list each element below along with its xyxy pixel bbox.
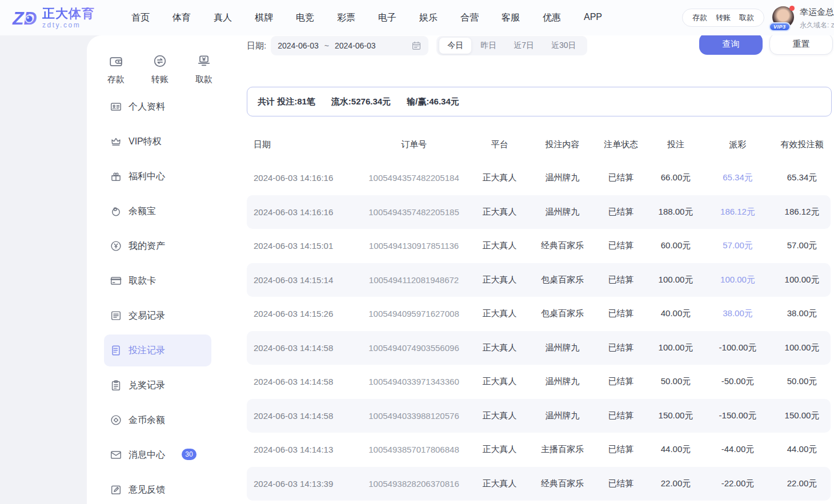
cell-bet-amount: 100.00元 <box>649 275 702 285</box>
cell-date: 2024-06-03 14:13:39 <box>247 479 361 489</box>
user-name[interactable]: 幸运金总 <box>800 7 834 18</box>
cell-bet-amount: 60.00元 <box>649 240 702 251</box>
quick-action-deposit[interactable]: 存款 <box>102 54 130 85</box>
table-body: 2024-06-03 14:16:16 1005494357482205184 … <box>247 161 831 501</box>
nav-item-home[interactable]: 首页 <box>131 12 150 24</box>
sidebar-item-transaction-records[interactable]: 交易记录 <box>104 300 211 332</box>
cell-payout: -150.00元 <box>702 410 773 421</box>
cell-order-no: 1005494357482205184 <box>361 173 467 183</box>
cell-platform: 正大真人 <box>467 172 532 183</box>
cell-order-status: 已结算 <box>592 376 649 387</box>
permanent-domain-note: 永久域名: z <box>800 21 834 30</box>
sidebar-item-bet-records[interactable]: 投注记录 <box>104 334 211 366</box>
quick-action-transfer[interactable]: 转账 <box>146 54 174 85</box>
range-last30days[interactable]: 近30日 <box>543 38 584 54</box>
cell-valid-bet: 44.00元 <box>773 444 831 455</box>
cell-date: 2024-06-03 14:14:58 <box>247 377 361 386</box>
brand-logo[interactable]: ZD 正大体育 zdty.com <box>11 5 95 31</box>
cell-order-status: 已结算 <box>592 410 649 421</box>
cell-platform: 正大真人 <box>467 444 532 455</box>
bank-card-icon <box>110 275 122 287</box>
cell-payout: 38.00元 <box>702 308 773 319</box>
cell-payout: 65.34元 <box>702 172 773 183</box>
sidebar: 存款 转账 取款 个人资料 VIP特权 福利中心 余额宝 我的资产 取款卡 交易… <box>87 35 246 504</box>
cell-order-status: 已结算 <box>592 342 649 353</box>
brand-domain: zdty.com <box>42 22 95 29</box>
cell-payout: -50.00元 <box>702 376 773 387</box>
sidebar-item-label: 取款卡 <box>129 275 156 287</box>
sidebar-item-yuebao[interactable]: 余额宝 <box>104 195 211 227</box>
sidebar-item-label: 意见反馈 <box>129 484 165 496</box>
cell-bet-amount: 22.00元 <box>649 478 702 489</box>
cell-order-status: 已结算 <box>592 444 649 455</box>
cell-order-no: 1005493828206370816 <box>361 479 467 489</box>
user-avatar[interactable]: VIP3 <box>772 6 794 28</box>
withdraw-card-icon <box>197 61 211 70</box>
cell-order-status: 已结算 <box>592 240 649 251</box>
sidebar-item-message-center[interactable]: 消息中心 30 <box>104 439 211 471</box>
range-today[interactable]: 今日 <box>439 38 471 54</box>
table-row: 2024-06-03 14:14:13 1005493857017806848 … <box>247 433 831 467</box>
column-header: 有效投注额 <box>773 139 831 150</box>
header-deposit-link[interactable]: 存款 <box>692 13 707 23</box>
sidebar-item-label: VIP特权 <box>129 136 162 148</box>
column-header: 日期 <box>247 139 361 150</box>
reset-button[interactable]: 重置 <box>769 33 833 55</box>
nav-item-partnership[interactable]: 合营 <box>460 12 479 24</box>
cell-platform: 正大真人 <box>467 478 532 489</box>
id-card-icon <box>110 100 122 113</box>
cell-date: 2024-06-03 14:15:14 <box>247 275 361 285</box>
sidebar-item-withdraw-card[interactable]: 取款卡 <box>104 265 211 297</box>
column-header: 注单状态 <box>592 139 649 150</box>
nav-item-promo[interactable]: 优惠 <box>543 12 561 24</box>
nav-item-chess[interactable]: 棋牌 <box>255 12 273 24</box>
sidebar-item-label: 消息中心 <box>129 449 165 461</box>
search-button[interactable]: 查询 <box>699 33 763 55</box>
main-nav: 首页体育真人棋牌电竞彩票电子娱乐合营客服优惠APP <box>131 12 602 24</box>
table-header-row: 日期订单号平台投注内容注单状态投注派彩有效投注额 <box>247 128 831 161</box>
cell-date: 2024-06-03 14:15:01 <box>247 241 361 251</box>
nav-item-esports[interactable]: 电竞 <box>296 12 314 24</box>
cell-platform: 正大真人 <box>467 376 532 387</box>
cell-platform: 正大真人 <box>467 240 532 251</box>
cell-date: 2024-06-03 14:14:58 <box>247 343 361 353</box>
sidebar-item-profile[interactable]: 个人资料 <box>104 91 211 123</box>
nav-item-lottery[interactable]: 彩票 <box>337 12 355 24</box>
sidebar-item-redeem-records[interactable]: 兑奖记录 <box>104 369 211 401</box>
sidebar-item-my-assets[interactable]: 我的资产 <box>104 230 211 262</box>
bet-record-icon <box>110 344 122 357</box>
cell-valid-bet: 100.00元 <box>773 275 831 285</box>
table-row: 2024-06-03 14:14:58 1005494074903556096 … <box>247 331 831 365</box>
cell-valid-bet: 22.00元 <box>773 478 831 489</box>
range-yesterday[interactable]: 昨日 <box>472 38 504 54</box>
nav-item-app[interactable]: APP <box>584 12 602 24</box>
header-transfer-link[interactable]: 转账 <box>716 13 731 23</box>
sidebar-item-vip[interactable]: VIP特权 <box>104 126 211 158</box>
sidebar-item-welfare-center[interactable]: 福利中心 <box>104 160 211 192</box>
coin-diamond-icon <box>110 414 122 426</box>
cell-valid-bet: 38.00元 <box>773 308 831 319</box>
nav-item-slots[interactable]: 电子 <box>378 12 396 24</box>
header-withdraw-link[interactable]: 取款 <box>739 13 754 23</box>
nav-item-live[interactable]: 真人 <box>214 12 232 24</box>
date-range-input[interactable]: 2024-06-03 ~ 2024-06-03 <box>271 36 428 55</box>
cell-date: 2024-06-03 14:14:58 <box>247 411 361 421</box>
nav-item-entertainment[interactable]: 娱乐 <box>419 12 438 24</box>
sidebar-item-feedback[interactable]: 意见反馈 <box>104 474 211 504</box>
cell-bet-amount: 66.00元 <box>649 172 702 183</box>
calendar-icon[interactable] <box>411 41 422 51</box>
table-row: 2024-06-03 14:15:14 1005494112081948672 … <box>247 263 831 297</box>
cell-payout: -100.00元 <box>702 342 773 353</box>
nav-item-sports[interactable]: 体育 <box>173 12 191 24</box>
table-row: 2024-06-03 14:14:58 1005494033971343360 … <box>247 365 831 399</box>
top-header: ZD 正大体育 zdty.com 首页体育真人棋牌电竞彩票电子娱乐合营客服优惠A… <box>0 0 834 35</box>
column-header: 平台 <box>467 139 532 150</box>
nav-item-service[interactable]: 客服 <box>502 12 520 24</box>
sidebar-menu: 个人资料 VIP特权 福利中心 余额宝 我的资产 取款卡 交易记录 投注记录 兑… <box>87 91 246 504</box>
quick-action-withdraw[interactable]: 取款 <box>190 54 218 85</box>
sidebar-item-coin-balance[interactable]: 金币余额 <box>104 404 211 436</box>
cell-order-no: 1005494095971627008 <box>361 309 467 318</box>
range-last7days[interactable]: 近7日 <box>506 38 542 54</box>
table-row: 2024-06-03 14:13:39 1005493828206370816 … <box>247 467 831 501</box>
date-to-value: 2024-06-03 <box>335 41 376 50</box>
